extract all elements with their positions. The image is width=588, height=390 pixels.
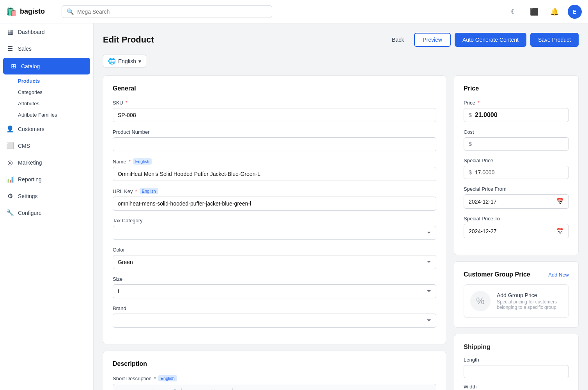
sidebar-item-sales[interactable]: ☰ Sales — [0, 40, 93, 57]
image-button[interactable]: 🖼 — [208, 387, 218, 390]
url-key-group: URL Key * English — [113, 188, 436, 211]
page-title: Edit Product — [103, 35, 154, 45]
sidebar-item-label-catalog: Catalog — [21, 63, 40, 69]
tax-category-select[interactable] — [113, 226, 436, 240]
calendar-icon-to[interactable]: 📅 — [556, 227, 564, 235]
italic-button[interactable]: I — [129, 387, 139, 390]
name-lang-badge: English — [133, 158, 152, 165]
ol-button[interactable]: ≣ — [197, 387, 206, 390]
sidebar-item-marketing[interactable]: ◎ Marketing — [0, 154, 93, 171]
sidebar-item-cms[interactable]: ⬜ CMS — [0, 137, 93, 154]
sidebar-item-configure[interactable]: 🔧 Configure — [0, 204, 93, 221]
link-button[interactable]: 🔗 — [169, 387, 178, 390]
size-select[interactable]: L — [113, 284, 436, 298]
special-price-from-input[interactable] — [469, 199, 556, 205]
sidebar-item-dashboard[interactable]: ▦ Dashboard — [0, 23, 93, 40]
price-input-wrapper: $ — [464, 108, 569, 122]
tax-category-label: Tax Category — [113, 218, 436, 223]
bell-icon-button[interactable]: 🔔 — [547, 5, 561, 19]
special-price-from-wrapper: 📅 — [464, 194, 569, 209]
search-bar[interactable]: 🔍 — [62, 5, 272, 18]
configure-icon: 🔧 — [6, 209, 14, 216]
product-number-label: Product Number — [113, 129, 436, 135]
display-icon-button[interactable]: ⬛ — [527, 5, 541, 19]
short-desc-lang-badge: English — [158, 375, 177, 381]
sidebar-sub-item-categories[interactable]: Categories — [18, 87, 93, 98]
special-price-label: Special Price — [464, 158, 569, 163]
preview-button[interactable]: Preview — [414, 33, 451, 47]
sidebar-item-catalog[interactable]: ⊞ Catalog — [3, 58, 90, 74]
strikethrough-button[interactable]: S — [157, 387, 166, 390]
customer-group-header: Customer Group Price Add New — [464, 271, 569, 278]
special-price-to-wrapper: 📅 — [464, 224, 569, 238]
group-price-text-block: Add Group Price Special pricing for cust… — [497, 292, 562, 310]
save-product-button[interactable]: Save Product — [530, 33, 579, 47]
color-label: Color — [113, 247, 436, 253]
sidebar-item-reporting[interactable]: 📊 Reporting — [0, 171, 93, 188]
sidebar-sub-item-products[interactable]: Products — [18, 75, 93, 87]
calendar-icon-from[interactable]: 📅 — [556, 198, 564, 205]
catalog-icon: ⊞ — [9, 62, 17, 70]
color-group: Color Green — [113, 247, 436, 269]
toolbar-divider-3 — [232, 388, 233, 390]
group-price-placeholder-subtitle: Special pricing for customers belonging … — [497, 299, 562, 310]
logo-icon: 🛍️ — [6, 7, 17, 17]
special-price-group: Special Price $ — [464, 158, 569, 179]
color-select[interactable]: Green — [113, 255, 436, 269]
sidebar-item-settings[interactable]: ⚙ Settings — [0, 188, 93, 204]
customers-icon: 👤 — [6, 125, 14, 133]
cms-icon: ⬜ — [6, 142, 14, 149]
dashboard-icon: ▦ — [6, 28, 14, 35]
brand-label: Brand — [113, 305, 436, 311]
add-new-link[interactable]: Add New — [548, 272, 569, 278]
short-desc-label: Short Description * English — [113, 375, 436, 381]
name-required: * — [129, 159, 131, 165]
product-number-input[interactable] — [113, 137, 436, 151]
sku-input[interactable] — [113, 108, 436, 122]
align-left-button[interactable]: ◧ — [236, 387, 245, 390]
price-label: Price * — [464, 100, 569, 106]
url-key-input[interactable] — [113, 197, 436, 211]
special-price-input[interactable] — [475, 169, 564, 176]
moon-icon-button[interactable]: ☾ — [507, 5, 521, 19]
search-input[interactable] — [77, 9, 267, 15]
avatar-button[interactable]: E — [568, 5, 582, 19]
sidebar-item-customers[interactable]: 👤 Customers — [0, 121, 93, 137]
brand-group: Brand — [113, 305, 436, 328]
customer-group-price-card: Customer Group Price Add New % Add Group… — [454, 261, 579, 328]
header-actions: Back Preview Auto Generate Content Save … — [386, 33, 579, 47]
sidebar-sub-item-attribute-families[interactable]: Attribute Families — [18, 109, 93, 121]
catalog-submenu: Products Categories Attributes Attribute… — [0, 75, 93, 121]
align-center-button[interactable]: ◫ — [248, 387, 257, 390]
special-price-to-input[interactable] — [469, 228, 556, 234]
edit-sidebar-panel: Price Price * $ Cost — [454, 75, 579, 390]
align-right-button[interactable]: ◨ — [259, 387, 269, 390]
language-selector[interactable]: 🌐 English ▾ — [103, 55, 146, 67]
brand-select[interactable] — [113, 314, 436, 328]
toolbar-divider-2 — [181, 388, 182, 390]
name-input[interactable] — [113, 167, 436, 181]
ul-button[interactable]: ≡ — [185, 387, 194, 390]
cost-input[interactable] — [475, 141, 564, 147]
url-key-required: * — [135, 188, 137, 194]
underline-button[interactable]: U — [141, 387, 151, 390]
edit-layout: General SKU * Product Number — [103, 75, 579, 390]
price-required: * — [478, 100, 480, 106]
bold-button[interactable]: B — [118, 387, 127, 390]
content-area: Edit Product Back Preview Auto Generate … — [94, 23, 588, 390]
tax-category-group: Tax Category — [113, 218, 436, 240]
price-input[interactable] — [475, 112, 564, 119]
auto-generate-button[interactable]: Auto Generate Content — [455, 33, 526, 47]
sidebar-item-label-marketing: Marketing — [18, 160, 42, 166]
table-button[interactable]: ⊞ — [220, 387, 229, 390]
sku-label: SKU * — [113, 100, 436, 106]
name-group: Name * English — [113, 158, 436, 181]
top-bar-actions: ☾ ⬛ 🔔 E — [507, 5, 582, 19]
price-group: Price * $ — [464, 100, 569, 122]
sidebar-sub-item-attributes[interactable]: Attributes — [18, 98, 93, 109]
width-field: Width — [464, 384, 569, 390]
back-button[interactable]: Back — [386, 34, 410, 46]
group-price-placeholder-title: Add Group Price — [497, 292, 562, 298]
length-input[interactable] — [464, 365, 569, 378]
shipping-title: Shipping — [464, 344, 569, 351]
